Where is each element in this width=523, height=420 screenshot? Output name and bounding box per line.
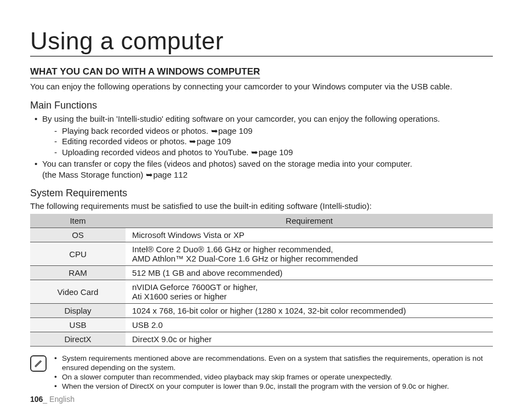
cell-req: Microsoft Windows Vista or XP (126, 228, 493, 242)
cell-item: Video Card (30, 280, 126, 304)
page-ref-arrow-icon: ➥ (189, 136, 197, 147)
list-text: By using the built-in 'Intelli-studio' e… (42, 114, 440, 123)
page-title: Using a computer (30, 27, 493, 56)
list-text: Editing recorded videos or photos. (62, 137, 187, 146)
table-row: USB USB 2.0 (30, 318, 493, 332)
main-functions-heading: Main Functions (30, 100, 493, 111)
table-row: Video Card nVIDIA Geforce 7600GT or high… (30, 280, 493, 304)
list-item: When the version of DirectX on your comp… (52, 382, 493, 391)
section-heading: WHAT YOU CAN DO WITH A WINDOWS COMPUTER (30, 66, 493, 77)
list-text: (the Mass Storage function) (42, 170, 143, 179)
cell-req: DirectX 9.0c or higher (126, 332, 493, 347)
list-item: System requirements mentioned above are … (52, 354, 493, 373)
system-requirements-intro: The following requirements must be satis… (30, 201, 493, 211)
list-item: On a slower computer than recommended, v… (52, 373, 493, 382)
system-requirements-heading: System Requirements (30, 188, 493, 199)
list-item: Uploading recorded videos and photos to … (52, 147, 493, 158)
list-item: You can transfer or copy the files (vide… (30, 158, 493, 180)
cell-item: Display (30, 304, 126, 318)
page-ref: page 112 (153, 170, 187, 179)
cell-req: nVIDIA Geforce 7600GT or higher, Ati X16… (126, 280, 493, 304)
table-row: RAM 512 MB (1 GB and above recommended) (30, 266, 493, 280)
footer-sep: _ (43, 395, 49, 404)
main-functions-list: By using the built-in 'Intelli-studio' e… (30, 113, 493, 180)
note-icon (30, 355, 47, 372)
cell-item: USB (30, 318, 126, 332)
page-ref: page 109 (197, 137, 231, 146)
page-footer: 106_ English (30, 395, 75, 404)
table-header-requirement: Requirement (126, 214, 493, 228)
list-text: Playing back recorded videos or photos. (62, 126, 208, 135)
page-ref-arrow-icon: ➥ (251, 147, 259, 158)
page-ref: page 109 (218, 126, 253, 135)
cell-item: OS (30, 228, 126, 242)
list-text: Uploading recorded videos and photos to … (62, 147, 249, 157)
cell-item: CPU (30, 242, 126, 266)
sub-list: Playing back recorded videos or photos. … (52, 126, 493, 158)
page-ref: page 109 (259, 147, 293, 157)
table-row: DirectX DirectX 9.0c or higher (30, 332, 493, 347)
requirements-table: Item Requirement OS Microsoft Windows Vi… (30, 214, 493, 347)
page-ref-arrow-icon: ➥ (145, 169, 153, 180)
note-text: When the version of DirectX on your comp… (62, 382, 449, 390)
cell-req: 1024 x 768, 16-bit color or higher (1280… (126, 304, 493, 318)
page-ref-arrow-icon: ➥ (211, 126, 218, 137)
cell-req: 512 MB (1 GB and above recommended) (126, 266, 493, 280)
note-text: On a slower computer than recommended, v… (62, 373, 392, 381)
note-block: System requirements mentioned above are … (30, 354, 493, 391)
table-row: CPU Intel® Core 2 Duo® 1.66 GHz or highe… (30, 242, 493, 266)
list-item: By using the built-in 'Intelli-studio' e… (30, 113, 493, 157)
cell-req: Intel® Core 2 Duo® 1.66 GHz or higher re… (126, 242, 493, 266)
note-text: System requirements mentioned above are … (62, 354, 483, 372)
table-row: OS Microsoft Windows Vista or XP (30, 228, 493, 242)
intro-text: You can enjoy the following operations b… (30, 82, 493, 91)
cell-item: DirectX (30, 332, 126, 347)
list-item: Editing recorded videos or photos. ➥page… (52, 136, 493, 147)
footer-language: English (49, 395, 75, 404)
table-row: Display 1024 x 768, 16-bit color or high… (30, 304, 493, 318)
cell-req: USB 2.0 (126, 318, 493, 332)
cell-item: RAM (30, 266, 126, 280)
table-header-item: Item (30, 214, 126, 228)
page-number: 106 (30, 395, 43, 404)
list-item: Playing back recorded videos or photos. … (52, 126, 493, 137)
notes-list: System requirements mentioned above are … (52, 354, 493, 391)
list-text: You can transfer or copy the files (vide… (42, 159, 412, 168)
